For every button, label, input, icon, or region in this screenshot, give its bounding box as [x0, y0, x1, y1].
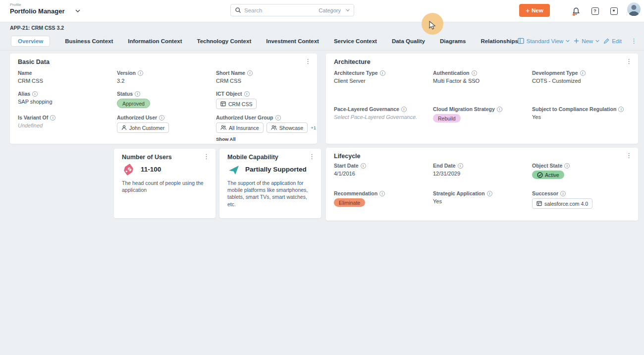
status-badge: Approved	[117, 99, 150, 108]
field-recommendation: Recommendationi Eliminate	[334, 190, 431, 207]
info-icon[interactable]: i	[472, 70, 477, 76]
divider	[0, 50, 644, 51]
toolbar-new-button[interactable]: New	[574, 38, 599, 44]
field-label: Recommendation	[334, 190, 377, 196]
field-architecture-type: Architecture Typei Client Server	[334, 70, 431, 84]
kpi-value: Partially Supported	[245, 166, 307, 173]
search-bar[interactable]: Search Category	[230, 4, 354, 16]
question-glyph: ?	[593, 9, 596, 13]
info-icon[interactable]: i	[159, 115, 164, 120]
edit-label: Edit	[612, 38, 622, 44]
tab-investment-context[interactable]: Investment Context	[266, 38, 319, 44]
kebab-menu-icon[interactable]: ⋮	[624, 152, 634, 159]
chevron-down-icon[interactable]	[346, 9, 350, 11]
status-badge-label: Approved	[122, 101, 145, 107]
active-state-badge: Active	[532, 171, 564, 179]
card-title: Number of Users	[122, 154, 172, 161]
tab-overview[interactable]: Overview	[11, 36, 50, 47]
field-label: Cloud Migration Strategy	[433, 106, 495, 112]
field-value: Undefined	[18, 122, 115, 128]
info-icon[interactable]: i	[560, 191, 566, 196]
tab-data-quality[interactable]: Data Quality	[392, 38, 425, 44]
help-icon[interactable]: ?	[590, 5, 600, 16]
ict-object-chip[interactable]: CRM CSS	[216, 99, 257, 109]
kebab-menu-icon[interactable]: ⋮	[303, 58, 313, 65]
user-avatar[interactable]	[627, 2, 641, 16]
category-dropdown[interactable]: Category	[319, 7, 341, 13]
eliminate-badge: Eliminate	[334, 198, 365, 207]
user-group-chip[interactable]: All Insurance	[216, 122, 264, 133]
info-icon[interactable]: i	[247, 70, 253, 76]
kpi-description: The head count of people using the appli…	[122, 179, 209, 193]
info-icon[interactable]: i	[497, 107, 502, 112]
chip-label: All Insurance	[229, 125, 259, 131]
card-basic-data: Basic Data ⋮ Name CRM CSS Versioni 3.2 S…	[10, 54, 317, 144]
field-authorized-user-group: Authorized User Groupi All Insurance Sho…	[216, 115, 315, 142]
field-name: Name CRM CSS	[18, 70, 115, 84]
kpi-value: 11-100	[141, 166, 161, 173]
field-value: Yes	[532, 114, 629, 120]
kebab-menu-icon[interactable]: ⋮	[307, 153, 317, 160]
toolbar-kebab-icon[interactable]: ⋮	[629, 37, 639, 45]
edit-button[interactable]: Edit	[603, 38, 622, 44]
authorized-user-chip[interactable]: John Customer	[117, 122, 169, 133]
kebab-menu-icon[interactable]: ⋮	[201, 153, 212, 160]
info-icon[interactable]: i	[564, 163, 570, 169]
profile-selector[interactable]: Profile Portfolio Manager	[10, 2, 65, 15]
info-icon[interactable]: i	[379, 191, 385, 196]
info-icon[interactable]: i	[138, 70, 143, 76]
card-title: Lifecycle	[334, 153, 361, 160]
field-label: Authentication	[433, 70, 470, 76]
field-label: Status	[117, 91, 133, 97]
kebab-menu-icon[interactable]: ⋮	[624, 58, 634, 65]
chip-label: John Customer	[129, 125, 164, 131]
info-icon[interactable]: i	[135, 91, 140, 97]
tab-service-context[interactable]: Service Context	[334, 38, 377, 44]
show-all-link[interactable]: Show All	[216, 136, 315, 142]
field-value: CRM CSS	[18, 78, 115, 84]
info-icon[interactable]: i	[50, 115, 55, 120]
successor-chip[interactable]: salesforce.com 4.0	[532, 198, 592, 209]
new-button[interactable]: + New	[519, 4, 550, 17]
card-title: Mobile Capability	[227, 154, 278, 161]
plus-icon	[574, 38, 579, 44]
info-icon[interactable]: i	[458, 163, 463, 169]
search-input[interactable]: Search	[244, 7, 316, 13]
field-label: Name	[18, 70, 32, 76]
notifications-bell-icon[interactable]	[571, 5, 582, 16]
notification-dot	[573, 13, 575, 16]
info-icon[interactable]: i	[580, 70, 586, 76]
breadcrumb: APP-21: CRM CSS 3.2	[10, 25, 64, 31]
field-ict-object: ICT Objecti CRM CSS	[216, 91, 313, 109]
info-icon[interactable]: i	[32, 91, 38, 97]
more-count[interactable]: +1	[311, 125, 316, 130]
field-status: Statusi Approved	[117, 91, 214, 108]
info-icon[interactable]: i	[487, 191, 492, 196]
info-icon[interactable]: i	[618, 107, 624, 112]
info-icon[interactable]: i	[361, 163, 366, 169]
field-placeholder[interactable]: Select Pace-Layered Governance.	[334, 114, 431, 120]
layout-icon	[518, 38, 524, 44]
field-label: Authorized User Group	[216, 115, 273, 120]
user-group-chip[interactable]: Showcase	[267, 122, 308, 133]
info-icon[interactable]: i	[380, 70, 385, 76]
field-end-date: End Datei 12/31/2029	[433, 163, 530, 177]
field-label: Version	[117, 70, 136, 76]
tab-diagrams[interactable]: Diagrams	[440, 38, 466, 44]
tab-technology-context[interactable]: Technology Context	[197, 38, 252, 44]
field-value: Multi Factor & SSO	[433, 78, 530, 84]
chevron-down-icon[interactable]	[75, 9, 80, 12]
tab-business-context[interactable]: Business Context	[65, 38, 113, 44]
info-icon[interactable]: i	[275, 115, 281, 120]
favorites-icon[interactable]: ♥	[608, 5, 619, 16]
tab-relationships[interactable]: Relationships	[481, 38, 518, 44]
tab-information-context[interactable]: Information Context	[128, 38, 182, 44]
field-object-state: Object Statei Active	[532, 163, 629, 179]
table-icon	[537, 201, 542, 206]
field-successor: Successori salesforce.com 4.0	[532, 190, 629, 209]
standard-view-selector[interactable]: Standard View	[518, 38, 570, 44]
field-label: End Date	[433, 163, 456, 169]
info-icon[interactable]: i	[244, 91, 250, 97]
field-cloud-migration-strategy: Cloud Migration Strategyi Rebuild	[433, 106, 530, 122]
info-icon[interactable]: i	[401, 107, 407, 112]
